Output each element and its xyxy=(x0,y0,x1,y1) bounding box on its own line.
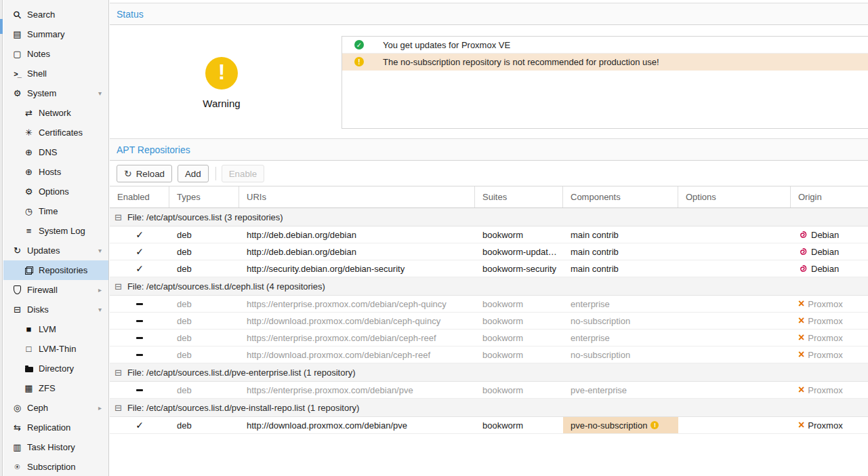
sidebar-item-hosts[interactable]: ⊕ Hosts xyxy=(3,162,108,182)
status-message-text: The no-subscription repository is not re… xyxy=(383,57,659,67)
reload-icon: ↻ xyxy=(124,168,132,179)
resource-tree-selected-fragment xyxy=(0,19,3,34)
sidebar-item-notes[interactable]: ▢ Notes xyxy=(3,44,108,64)
sidebar-item-label: Search xyxy=(27,9,55,20)
repo-row[interactable]: deb https://enterprise.proxmox.com/debia… xyxy=(110,330,868,346)
repo-row[interactable]: deb https://enterprise.proxmox.com/debia… xyxy=(110,296,868,313)
sidebar-item-zfs[interactable]: ▦ ZFS xyxy=(3,378,108,398)
sidebar-item-label: Ceph xyxy=(27,403,48,413)
repo-origin-cell: × Proxmox xyxy=(791,296,868,312)
sidebar-item-label: Firewall xyxy=(27,285,58,295)
repo-row[interactable]: deb http://download.proxmox.com/debian/c… xyxy=(110,346,868,363)
add-button[interactable]: Add xyxy=(178,165,209,182)
repo-type-cell: deb xyxy=(169,260,239,277)
sidebar-item-label: Repositories xyxy=(39,265,87,275)
repo-origin-cell: × Proxmox xyxy=(791,382,868,398)
collapse-icon[interactable]: ⊟ xyxy=(115,368,122,378)
debian-logo-icon xyxy=(798,247,808,256)
repo-group-row[interactable]: ⊟ File: /etc/apt/sources.list (3 reposit… xyxy=(110,208,868,226)
sidebar-item-system[interactable]: ⚙ System ▾ xyxy=(3,83,108,103)
sidebar-item-task-history[interactable]: ▥ Task History xyxy=(3,437,108,457)
repo-components-text: enterprise xyxy=(571,299,610,309)
debian-logo-icon xyxy=(798,247,808,256)
repo-group-row[interactable]: ⊟ File: /etc/apt/sources.list.d/pve-ente… xyxy=(110,363,868,382)
sidebar-item-label: Subscription xyxy=(27,462,76,472)
sidebar-item-updates[interactable]: ↻ Updates ▾ xyxy=(3,241,108,260)
directory-icon xyxy=(23,365,35,372)
time-icon: ◷ xyxy=(23,206,35,216)
repo-row[interactable]: ✓ deb http://deb.debian.org/debian bookw… xyxy=(110,243,868,260)
warning-circle-icon: ! xyxy=(205,57,238,90)
enabled-check-icon: ✓ xyxy=(136,420,144,431)
repo-row[interactable]: deb https://enterprise.proxmox.com/debia… xyxy=(110,382,868,399)
sidebar-item-repositories[interactable]: Repositories xyxy=(3,260,108,280)
sidebar-item-certificates[interactable]: ✳ Certificates xyxy=(3,123,108,142)
table-body: ⊟ File: /etc/apt/sources.list (3 reposit… xyxy=(110,208,868,434)
repo-row[interactable]: ✓ deb http://download.proxmox.com/debian… xyxy=(110,417,868,434)
reload-button[interactable]: ↻ Reload xyxy=(117,165,172,182)
sidebar-item-firewall[interactable]: Firewall ▸ xyxy=(3,280,108,300)
sidebar-item-disks[interactable]: ⊟ Disks ▾ xyxy=(3,300,108,319)
sidebar-item-search[interactable]: ⚲ Search xyxy=(3,5,108,24)
sidebar-item-ceph[interactable]: ◎ Ceph ▸ xyxy=(3,398,108,418)
expander-arrow-icon[interactable]: ▾ xyxy=(98,90,102,97)
repo-origin-cell: Debian xyxy=(791,260,868,277)
repo-options-cell xyxy=(678,346,791,363)
disabled-dash-icon xyxy=(136,320,143,322)
sidebar-item-lvm-thin[interactable]: □ LVM-Thin xyxy=(3,339,108,359)
sidebar-item-label: System Log xyxy=(39,226,85,236)
sidebar-item-replication[interactable]: ⇆ Replication xyxy=(3,418,108,437)
column-header-types[interactable]: Types xyxy=(169,186,239,207)
collapse-icon[interactable]: ⊟ xyxy=(115,403,122,413)
repositories-table: EnabledTypesURIsSuitesComponentsOptionsO… xyxy=(110,186,868,434)
sidebar-item-shell[interactable]: >_ Shell xyxy=(3,64,108,83)
column-header-uris[interactable]: URIs xyxy=(239,186,475,207)
repo-components-text: main contrib xyxy=(571,230,619,240)
expander-arrow-icon[interactable]: ▾ xyxy=(98,247,102,254)
collapse-icon[interactable]: ⊟ xyxy=(115,281,122,292)
sidebar-item-lvm[interactable]: ■ LVM xyxy=(3,319,108,339)
add-button-label: Add xyxy=(185,169,201,179)
repo-options-cell xyxy=(678,330,791,346)
column-header-options[interactable]: Options xyxy=(678,186,791,207)
sidebar-item-summary[interactable]: ▤ Summary xyxy=(3,24,108,44)
enable-button[interactable]: Enable xyxy=(222,165,265,182)
repo-group-row[interactable]: ⊟ File: /etc/apt/sources.list.d/pve-inst… xyxy=(110,399,868,417)
repo-uri-cell: http://deb.debian.org/debian xyxy=(239,243,475,260)
debian-logo-icon xyxy=(798,264,808,273)
repo-components-text: enterprise xyxy=(571,333,610,343)
column-header-suites[interactable]: Suites xyxy=(475,186,563,207)
repo-suite-cell: bookworm xyxy=(475,330,563,346)
sidebar-item-network[interactable]: ⇄ Network xyxy=(3,103,108,123)
expander-arrow-icon[interactable]: ▸ xyxy=(98,286,102,294)
toolbar-separator xyxy=(215,167,216,180)
enabled-check-icon: ✓ xyxy=(136,229,144,240)
repo-uri-cell: http://download.proxmox.com/debian/pve xyxy=(239,417,475,433)
repo-origin-text: Proxmox xyxy=(808,333,842,343)
apt-panel-title: APT Repositories xyxy=(117,144,190,155)
sidebar-item-system-log[interactable]: ≡ System Log xyxy=(3,221,108,241)
proxmox-logo-icon: × xyxy=(798,315,804,326)
repo-row[interactable]: ✓ deb http://security.debian.org/debian-… xyxy=(110,260,868,277)
resource-tree-edge xyxy=(0,0,3,476)
collapse-icon[interactable]: ⊟ xyxy=(115,212,122,222)
repo-enabled-cell: ✓ xyxy=(110,417,169,433)
column-header-origin[interactable]: Origin xyxy=(791,186,868,207)
repo-uri-cell: https://enterprise.proxmox.com/debian/pv… xyxy=(239,382,475,398)
column-header-enabled[interactable]: Enabled xyxy=(110,186,169,207)
sidebar-item-label: Disks xyxy=(27,304,49,315)
sidebar-item-dns[interactable]: ⊕ DNS xyxy=(3,142,108,162)
sidebar-item-options[interactable]: ⚙ Options xyxy=(3,182,108,201)
repo-group-row[interactable]: ⊟ File: /etc/apt/sources.list.d/ceph.lis… xyxy=(110,277,868,296)
sidebar-item-subscription[interactable]: ⍟ Subscription xyxy=(3,457,108,476)
sidebar-item-directory[interactable]: Directory xyxy=(3,359,108,378)
sidebar-item-time[interactable]: ◷ Time xyxy=(3,201,108,221)
repo-row[interactable]: deb http://download.proxmox.com/debian/c… xyxy=(110,313,868,330)
expander-arrow-icon[interactable]: ▸ xyxy=(98,404,102,412)
repo-type-cell: deb xyxy=(169,313,239,329)
repo-origin-cell: Debian xyxy=(791,243,868,260)
expander-arrow-icon[interactable]: ▾ xyxy=(98,306,102,313)
column-header-components[interactable]: Components xyxy=(563,186,678,207)
repo-row[interactable]: ✓ deb http://deb.debian.org/debian bookw… xyxy=(110,226,868,243)
repo-origin-text: Proxmox xyxy=(808,385,842,395)
